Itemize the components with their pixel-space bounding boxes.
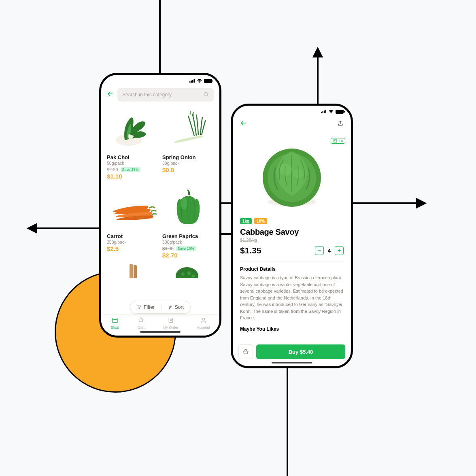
svg-marker-5 (314, 49, 322, 57)
svg-rect-26 (323, 111, 324, 113)
product-name: Spring Onion (162, 154, 214, 160)
home-indicator (272, 362, 312, 363)
add-to-cart-button[interactable] (238, 344, 253, 359)
product-old-price: $2.20 (107, 167, 118, 172)
share-icon[interactable] (337, 120, 344, 128)
image-count: 14 (339, 139, 343, 143)
buy-label: Buy $5.40 (289, 349, 313, 355)
product-unit: 300g/pack (162, 240, 214, 244)
product-old-price: $1.28/kg (240, 238, 344, 242)
svg-point-14 (204, 92, 207, 96)
phone-detail-screen: 14 1kg 10% Cabbage Savoy $1.28/kg $1.35 … (231, 104, 353, 368)
product-price: $2.5 (107, 245, 158, 252)
product-card-green-paprica[interactable]: Green Paprica 300g/pack $3.00 Save 10% $… (162, 185, 214, 259)
svg-rect-17 (130, 264, 133, 278)
product-card-pak-choi[interactable]: Pak Choi 50g/pack $2.20 Save 35% $1.10 (107, 106, 158, 180)
account-icon (200, 317, 207, 325)
phone-category-screen: Search in this category Pak Choi 50g/pac… (99, 73, 221, 338)
product-price: $1.10 (107, 173, 158, 180)
battery-icon (336, 110, 344, 114)
nav-label: Account (197, 325, 210, 329)
nav-shop[interactable]: Shop (110, 317, 119, 329)
product-image (162, 106, 214, 151)
svg-point-19 (176, 267, 198, 278)
nav-label: Cart (138, 325, 144, 329)
filter-button[interactable]: Filter (130, 304, 161, 310)
product-image-partial (160, 262, 214, 278)
back-arrow-icon[interactable] (107, 90, 114, 100)
svg-marker-9 (28, 224, 36, 232)
nav-cart[interactable]: Cart (138, 317, 144, 329)
detail-body: 1kg 10% Cabbage Savoy $1.28/kg $1.35 − 4… (233, 218, 351, 332)
buy-row: Buy $5.40 (238, 344, 345, 359)
sort-icon (168, 305, 173, 310)
nav-account[interactable]: Account (197, 317, 210, 329)
svg-rect-28 (325, 110, 327, 113)
product-price: $1.35 (240, 246, 261, 255)
detail-header (233, 116, 351, 133)
product-price: $2.70 (162, 252, 214, 259)
product-title: Cabbage Savoy (240, 227, 344, 237)
product-card-carrot[interactable]: Carrot 250g/pack $2.5 (107, 185, 158, 259)
battery-icon (204, 79, 212, 83)
product-unit: 50g/pack (107, 161, 158, 166)
status-bar (101, 75, 219, 85)
search-icon (203, 91, 209, 98)
qty-minus-button[interactable]: − (315, 246, 324, 255)
home-indicator (140, 331, 181, 333)
nav-label: Shop (110, 325, 119, 329)
order-icon (168, 317, 174, 325)
shop-icon (112, 317, 118, 325)
product-name: Green Paprica (162, 233, 214, 239)
qty-plus-button[interactable]: + (335, 246, 344, 255)
filter-label: Filter (144, 304, 155, 310)
product-unit: 30g/pack (162, 161, 214, 166)
svg-rect-10 (189, 81, 191, 83)
nav-label: My Order (163, 325, 178, 329)
product-grid: Pak Choi 50g/pack $2.20 Save 35% $1.10 S… (101, 106, 219, 259)
image-icon (333, 139, 337, 143)
svg-point-20 (181, 272, 185, 276)
svg-rect-18 (134, 265, 137, 278)
svg-rect-25 (321, 112, 322, 113)
basket-icon (242, 348, 249, 355)
status-bar (233, 106, 351, 116)
product-name: Pak Choi (107, 154, 158, 160)
product-discount-badge: Save 35% (121, 167, 140, 172)
wifi-icon (197, 78, 202, 84)
wifi-icon (328, 109, 334, 115)
product-card-spring-onion[interactable]: Spring Onion 30g/pack $0.8 (162, 106, 214, 180)
image-count-badge[interactable]: 14 (331, 138, 345, 144)
svg-point-30 (334, 140, 335, 141)
product-image (107, 106, 158, 151)
svg-marker-7 (417, 199, 425, 207)
product-price: $0.8 (162, 166, 214, 173)
product-old-price: $3.00 (162, 246, 174, 251)
svg-rect-13 (194, 79, 195, 83)
sort-button[interactable]: Sort (162, 304, 190, 310)
svg-point-34 (280, 164, 292, 176)
product-image (107, 185, 158, 230)
product-description: Savoy cabbage is a type of Brassica oler… (240, 274, 344, 321)
filter-icon (137, 305, 142, 310)
qty-value: 4 (328, 248, 331, 254)
svg-point-35 (293, 169, 303, 178)
signal-icon (321, 109, 327, 114)
discount-badge: 10% (254, 218, 267, 224)
detail-image-area: 14 (233, 133, 351, 218)
search-input[interactable]: Search in this category (117, 88, 214, 102)
svg-rect-27 (324, 110, 325, 113)
back-arrow-icon[interactable] (240, 119, 247, 129)
section-title-likes: Maybe You Likes (240, 326, 344, 332)
product-name: Carrot (107, 233, 158, 239)
product-grid-partial (101, 262, 219, 278)
svg-point-24 (202, 318, 204, 320)
sort-label: Sort (175, 304, 184, 310)
nav-order[interactable]: My Order (163, 317, 178, 329)
badges: 1kg 10% (240, 218, 344, 224)
product-image (162, 185, 214, 230)
search-placeholder: Search in this category (122, 92, 172, 98)
section-title-details: Product Details (240, 266, 344, 272)
buy-button[interactable]: Buy $5.40 (256, 344, 345, 359)
product-discount-badge: Save 10% (176, 246, 196, 251)
